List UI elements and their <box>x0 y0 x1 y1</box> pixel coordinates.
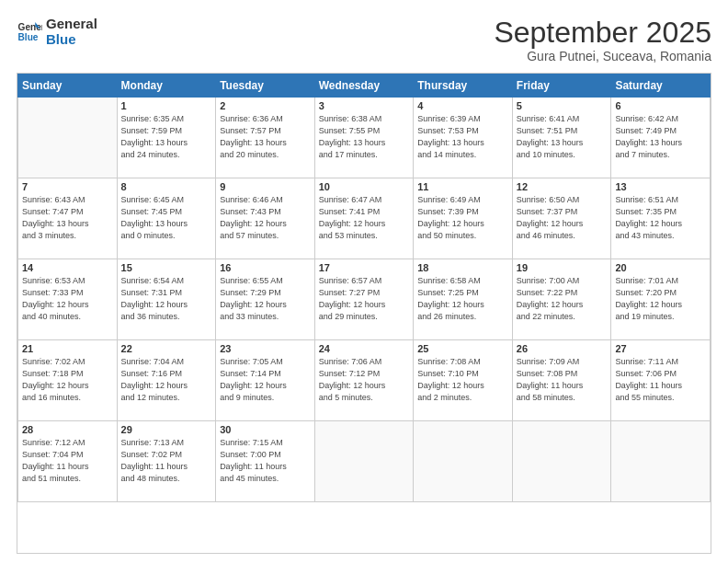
calendar-cell: 8Sunrise: 6:45 AMSunset: 7:45 PMDaylight… <box>117 178 216 259</box>
calendar-cell: 13Sunrise: 6:51 AMSunset: 7:35 PMDayligh… <box>611 178 711 259</box>
day-number: 2 <box>220 100 311 111</box>
month-title: September 2025 <box>494 17 711 49</box>
calendar-cell: 5Sunrise: 6:41 AMSunset: 7:51 PMDaylight… <box>512 98 611 178</box>
day-info: Sunrise: 7:12 AMSunset: 7:04 PMDaylight:… <box>22 437 113 485</box>
day-info: Sunrise: 6:49 AMSunset: 7:39 PMDaylight:… <box>417 194 508 242</box>
calendar-cell <box>611 421 711 502</box>
day-info: Sunrise: 6:57 AMSunset: 7:27 PMDaylight:… <box>319 275 410 323</box>
day-info: Sunrise: 6:38 AMSunset: 7:55 PMDaylight:… <box>319 113 410 161</box>
weekday-header-friday: Friday <box>512 75 611 98</box>
calendar-cell: 17Sunrise: 6:57 AMSunset: 7:27 PMDayligh… <box>314 259 414 340</box>
day-number: 13 <box>615 181 706 192</box>
day-number: 19 <box>517 262 608 273</box>
calendar-cell <box>512 421 611 502</box>
day-number: 3 <box>319 100 410 111</box>
weekday-header-sunday: Sunday <box>18 75 118 98</box>
calendar-cell: 24Sunrise: 7:06 AMSunset: 7:12 PMDayligh… <box>314 340 414 421</box>
day-number: 9 <box>220 181 311 192</box>
logo-line2: Blue <box>46 32 97 48</box>
calendar-cell: 21Sunrise: 7:02 AMSunset: 7:18 PMDayligh… <box>18 340 118 421</box>
day-info: Sunrise: 7:04 AMSunset: 7:16 PMDaylight:… <box>121 356 212 404</box>
day-info: Sunrise: 7:08 AMSunset: 7:10 PMDaylight:… <box>417 356 508 404</box>
weekday-header-saturday: Saturday <box>611 75 711 98</box>
calendar-cell: 25Sunrise: 7:08 AMSunset: 7:10 PMDayligh… <box>414 340 513 421</box>
calendar-cell: 20Sunrise: 7:01 AMSunset: 7:20 PMDayligh… <box>611 259 711 340</box>
day-number: 22 <box>121 343 212 354</box>
calendar-cell: 28Sunrise: 7:12 AMSunset: 7:04 PMDayligh… <box>18 421 118 502</box>
calendar-cell: 30Sunrise: 7:15 AMSunset: 7:00 PMDayligh… <box>216 421 315 502</box>
calendar-cell: 26Sunrise: 7:09 AMSunset: 7:08 PMDayligh… <box>512 340 611 421</box>
day-number: 7 <box>22 181 113 192</box>
day-info: Sunrise: 6:39 AMSunset: 7:53 PMDaylight:… <box>417 113 508 161</box>
weekday-header-row: SundayMondayTuesdayWednesdayThursdayFrid… <box>18 75 711 98</box>
day-info: Sunrise: 7:09 AMSunset: 7:08 PMDaylight:… <box>517 356 608 404</box>
day-number: 29 <box>121 424 212 435</box>
calendar-cell: 22Sunrise: 7:04 AMSunset: 7:16 PMDayligh… <box>117 340 216 421</box>
day-number: 24 <box>319 343 410 354</box>
day-number: 17 <box>319 262 410 273</box>
day-info: Sunrise: 7:15 AMSunset: 7:00 PMDaylight:… <box>220 437 311 485</box>
day-info: Sunrise: 6:43 AMSunset: 7:47 PMDaylight:… <box>22 194 113 242</box>
calendar-cell: 2Sunrise: 6:36 AMSunset: 7:57 PMDaylight… <box>216 98 315 178</box>
header: General Blue General Blue September 2025… <box>17 17 711 63</box>
logo-line1: General <box>46 17 97 32</box>
day-number: 16 <box>220 262 311 273</box>
day-number: 23 <box>220 343 311 354</box>
day-number: 14 <box>22 262 113 273</box>
day-number: 18 <box>417 262 508 273</box>
day-info: Sunrise: 6:53 AMSunset: 7:33 PMDaylight:… <box>22 275 113 323</box>
calendar-cell: 7Sunrise: 6:43 AMSunset: 7:47 PMDaylight… <box>18 178 118 259</box>
calendar-cell: 12Sunrise: 6:50 AMSunset: 7:37 PMDayligh… <box>512 178 611 259</box>
calendar-cell: 6Sunrise: 6:42 AMSunset: 7:49 PMDaylight… <box>611 98 711 178</box>
day-info: Sunrise: 6:35 AMSunset: 7:59 PMDaylight:… <box>121 113 212 161</box>
day-info: Sunrise: 6:50 AMSunset: 7:37 PMDaylight:… <box>517 194 608 242</box>
day-info: Sunrise: 6:58 AMSunset: 7:25 PMDaylight:… <box>417 275 508 323</box>
day-number: 30 <box>220 424 311 435</box>
day-number: 25 <box>417 343 508 354</box>
day-number: 10 <box>319 181 410 192</box>
calendar-cell: 27Sunrise: 7:11 AMSunset: 7:06 PMDayligh… <box>611 340 711 421</box>
day-number: 21 <box>22 343 113 354</box>
calendar-cell: 4Sunrise: 6:39 AMSunset: 7:53 PMDaylight… <box>414 98 513 178</box>
day-info: Sunrise: 6:47 AMSunset: 7:41 PMDaylight:… <box>319 194 410 242</box>
day-number: 20 <box>615 262 706 273</box>
day-number: 28 <box>22 424 113 435</box>
weekday-header-tuesday: Tuesday <box>216 75 315 98</box>
calendar-cell: 9Sunrise: 6:46 AMSunset: 7:43 PMDaylight… <box>216 178 315 259</box>
day-info: Sunrise: 7:06 AMSunset: 7:12 PMDaylight:… <box>319 356 410 404</box>
location: Gura Putnei, Suceava, Romania <box>494 49 711 63</box>
day-number: 1 <box>121 100 212 111</box>
calendar-cell: 29Sunrise: 7:13 AMSunset: 7:02 PMDayligh… <box>117 421 216 502</box>
weekday-header-monday: Monday <box>117 75 216 98</box>
calendar-cell: 14Sunrise: 6:53 AMSunset: 7:33 PMDayligh… <box>18 259 118 340</box>
calendar-cell: 18Sunrise: 6:58 AMSunset: 7:25 PMDayligh… <box>414 259 513 340</box>
day-number: 12 <box>517 181 608 192</box>
day-number: 4 <box>417 100 508 111</box>
day-number: 27 <box>615 343 706 354</box>
calendar-cell <box>18 98 118 178</box>
svg-text:Blue: Blue <box>18 32 39 42</box>
calendar-cell: 11Sunrise: 6:49 AMSunset: 7:39 PMDayligh… <box>414 178 513 259</box>
calendar-cell: 10Sunrise: 6:47 AMSunset: 7:41 PMDayligh… <box>314 178 414 259</box>
weekday-header-thursday: Thursday <box>414 75 513 98</box>
day-info: Sunrise: 7:05 AMSunset: 7:14 PMDaylight:… <box>220 356 311 404</box>
weekday-header-wednesday: Wednesday <box>314 75 414 98</box>
calendar-cell <box>414 421 513 502</box>
logo: General Blue General Blue <box>17 17 97 47</box>
calendar-cell: 16Sunrise: 6:55 AMSunset: 7:29 PMDayligh… <box>216 259 315 340</box>
title-block: September 2025 Gura Putnei, Suceava, Rom… <box>494 17 711 63</box>
calendar-cell: 15Sunrise: 6:54 AMSunset: 7:31 PMDayligh… <box>117 259 216 340</box>
calendar-cell: 3Sunrise: 6:38 AMSunset: 7:55 PMDaylight… <box>314 98 414 178</box>
day-info: Sunrise: 6:51 AMSunset: 7:35 PMDaylight:… <box>615 194 706 242</box>
day-info: Sunrise: 7:11 AMSunset: 7:06 PMDaylight:… <box>615 356 706 404</box>
day-number: 8 <box>121 181 212 192</box>
day-number: 6 <box>615 100 706 111</box>
day-info: Sunrise: 6:45 AMSunset: 7:45 PMDaylight:… <box>121 194 212 242</box>
calendar-cell: 23Sunrise: 7:05 AMSunset: 7:14 PMDayligh… <box>216 340 315 421</box>
day-info: Sunrise: 7:00 AMSunset: 7:22 PMDaylight:… <box>517 275 608 323</box>
day-info: Sunrise: 6:36 AMSunset: 7:57 PMDaylight:… <box>220 113 311 161</box>
day-info: Sunrise: 6:41 AMSunset: 7:51 PMDaylight:… <box>517 113 608 161</box>
day-number: 15 <box>121 262 212 273</box>
day-info: Sunrise: 6:46 AMSunset: 7:43 PMDaylight:… <box>220 194 311 242</box>
day-info: Sunrise: 6:54 AMSunset: 7:31 PMDaylight:… <box>121 275 212 323</box>
